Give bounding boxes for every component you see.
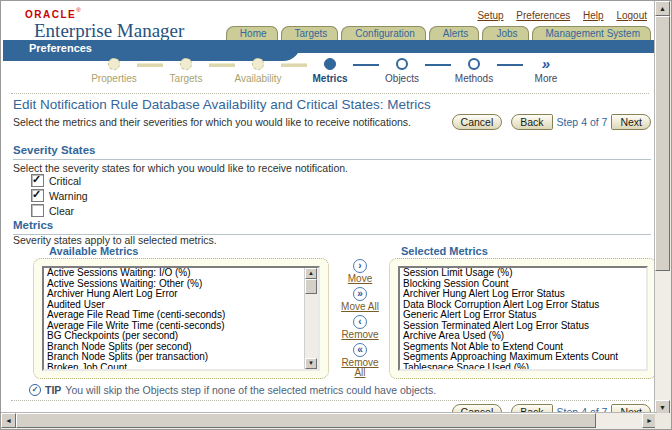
list-item[interactable]: Broken Job Count [44, 363, 318, 372]
back-button[interactable]: Back [511, 114, 552, 130]
remove-icon[interactable]: ‹ [353, 315, 367, 329]
scroll-left-icon[interactable]: ◄ [1, 413, 16, 428]
train-connector [137, 63, 163, 67]
step-circle-icon [396, 58, 408, 70]
registered-mark: ® [76, 7, 80, 13]
checkbox-icon[interactable] [31, 204, 44, 217]
browser-window: ORACLE® Enterprise Manager Setup Prefere… [0, 0, 672, 430]
page-content: ORACLE® Enterprise Manager Setup Prefere… [3, 1, 657, 415]
train-step-objects[interactable]: Objects [379, 58, 425, 84]
checkbox-clear[interactable]: Clear [31, 204, 74, 217]
step-circle-icon [468, 58, 480, 70]
subtitle-row: Select the metrics and their severities … [13, 114, 651, 130]
next-button[interactable]: Next [611, 114, 651, 130]
selected-metrics-list[interactable]: Session Limit Usage (%) Blocking Session… [398, 266, 648, 371]
checkbox-warning[interactable]: Warning [31, 189, 88, 202]
page-title: Edit Notification Rule Database Availabi… [13, 97, 431, 112]
tab-management-system[interactable]: Management System [532, 26, 652, 40]
metrics-heading: Metrics [13, 219, 651, 235]
severity-states-heading: Severity States [13, 144, 651, 160]
train-step-metrics[interactable]: Metrics [307, 58, 353, 84]
list-item[interactable]: Generic Alert Log Error Status [400, 310, 646, 321]
list-item[interactable]: Archiver Hung Alert Log Error Status [400, 289, 646, 300]
remove-all-link[interactable]: Remove All [338, 358, 382, 378]
preferences-link[interactable]: Preferences [516, 10, 570, 21]
horizontal-scrollbar-thumb[interactable] [16, 413, 596, 428]
shuttle-controls: › Move » Move All ‹ Remove « Remove All [331, 259, 389, 381]
workflow-train: Properties Targets Availability Metrics … [3, 58, 657, 84]
remove-all-icon[interactable]: « [353, 343, 367, 357]
top-button-bar: Cancel Back Step 4 of 7 Next [452, 114, 651, 130]
scrollbar-corner [655, 413, 671, 429]
scroll-up-icon[interactable]: ▲ [655, 1, 670, 16]
remove-link[interactable]: Remove [341, 330, 378, 340]
tab-targets[interactable]: Targets [281, 26, 339, 40]
scroll-up-icon[interactable]: ▲ [305, 268, 317, 279]
tab-jobs[interactable]: Jobs [482, 26, 528, 40]
train-connector [353, 64, 379, 66]
tip-check-icon: ✓ [29, 384, 41, 396]
train-connector [497, 64, 523, 66]
subtab-preferences: Preferences [29, 42, 92, 54]
tab-home[interactable]: Home [226, 26, 278, 40]
list-item[interactable]: Segments Approaching Maximum Extents Cou… [400, 352, 646, 363]
checkbox-icon[interactable] [31, 174, 44, 187]
separator [11, 400, 649, 401]
subtab-bar [3, 40, 657, 53]
vertical-scrollbar-thumb[interactable] [655, 16, 670, 271]
severity-states-description: Select the severity states for which you… [13, 162, 348, 174]
checkbox-icon[interactable] [31, 189, 44, 202]
move-all-icon[interactable]: » [353, 287, 367, 301]
oracle-wordmark: ORACLE [25, 9, 76, 20]
move-all-link[interactable]: Move All [341, 302, 379, 312]
list-item[interactable]: Session Limit Usage (%) [400, 268, 646, 279]
global-links: Setup Preferences Help Logout [467, 10, 647, 21]
horizontal-scrollbar[interactable]: ◄ ► [1, 412, 657, 429]
list-item[interactable]: Tablespace Space Used (%) [400, 363, 646, 372]
tab-configuration[interactable]: Configuration [341, 26, 425, 40]
vertical-scrollbar[interactable]: ▲ ▼ [654, 1, 671, 415]
step-circle-icon [324, 58, 336, 70]
train-step-targets[interactable]: Targets [163, 58, 209, 84]
tip-text: You will skip the Objects step if none o… [65, 384, 436, 396]
cancel-button[interactable]: Cancel [452, 114, 503, 130]
more-steps-icon: » [542, 58, 550, 70]
checkbox-critical[interactable]: Critical [31, 174, 81, 187]
list-item[interactable]: Archiver Hung Alert Log Error [44, 289, 318, 300]
selected-metrics-panel: Session Limit Usage (%) Blocking Session… [389, 258, 657, 379]
train-step-availability[interactable]: Availability [235, 58, 281, 84]
list-item[interactable]: Archive Area Used (%) [400, 331, 646, 342]
train-step-more[interactable]: » More [523, 58, 569, 84]
list-item[interactable]: Branch Node Splits (per transaction) [44, 352, 318, 363]
train-connector [425, 64, 451, 66]
step-circle-icon [180, 58, 192, 70]
selected-metrics-label: Selected Metrics [401, 245, 488, 257]
scrollbar-thumb[interactable] [305, 279, 317, 294]
logout-link[interactable]: Logout [616, 10, 647, 21]
move-link[interactable]: Move [348, 274, 372, 284]
oracle-logo: ORACLE® Enterprise Manager [25, 4, 184, 42]
list-scrollbar[interactable]: ▲ ▼ [304, 268, 318, 369]
train-step-properties[interactable]: Properties [91, 58, 137, 84]
tip-note: ✓ TIP You will skip the Objects step if … [29, 384, 436, 396]
list-item[interactable]: BG Checkpoints (per second) [44, 331, 318, 342]
setup-link[interactable]: Setup [477, 10, 503, 21]
available-metrics-panel: Active Sessions Waiting: I/O (%) Active … [33, 258, 329, 379]
step-indicator: Step 4 of 7 [557, 116, 608, 128]
main-tab-bar: Home Targets Configuration Alerts Jobs M… [226, 25, 651, 40]
help-link[interactable]: Help [583, 10, 604, 21]
scroll-down-icon[interactable]: ▼ [305, 358, 317, 369]
move-icon[interactable]: › [353, 259, 367, 273]
list-item[interactable]: Active Sessions Waiting: I/O (%) [44, 268, 318, 279]
page-subtitle: Select the metrics and their severities … [13, 116, 411, 128]
tip-label: TIP [45, 384, 61, 396]
list-item[interactable]: Average File Read Time (centi-seconds) [44, 310, 318, 321]
train-connector [209, 63, 235, 67]
tab-alerts[interactable]: Alerts [429, 26, 480, 40]
train-step-methods[interactable]: Methods [451, 58, 497, 84]
step-circle-icon [252, 58, 264, 70]
separator [11, 93, 649, 94]
available-metrics-label: Available Metrics [49, 245, 138, 257]
step-circle-icon [108, 58, 120, 70]
available-metrics-list[interactable]: Active Sessions Waiting: I/O (%) Active … [42, 266, 320, 371]
